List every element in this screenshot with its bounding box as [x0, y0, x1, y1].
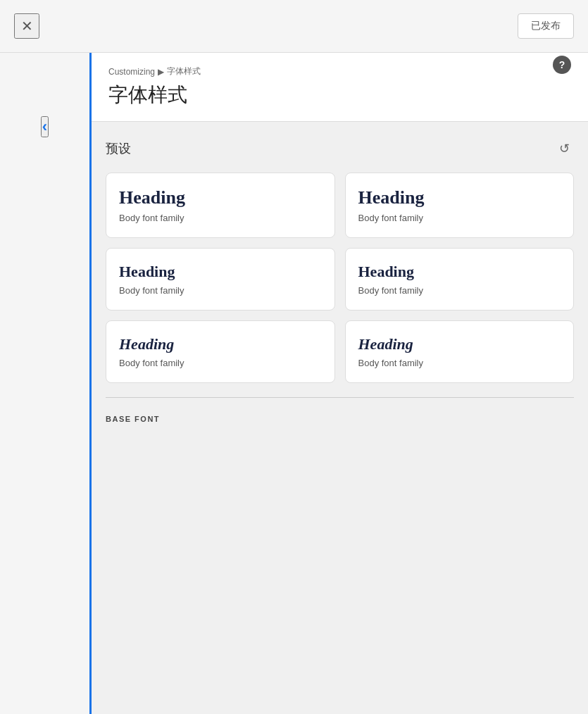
preset-1-heading: Heading — [119, 187, 322, 208]
preset-6-heading: Heading — [358, 335, 561, 353]
page-title: 字体样式 — [108, 82, 571, 108]
breadcrumb-current: 字体样式 — [167, 65, 201, 77]
preset-3-body: Body font family — [119, 285, 322, 296]
preset-6-body: Body font family — [358, 358, 561, 368]
top-bar: ✕ 已发布 — [0, 0, 588, 53]
presets-title: 预设 — [106, 140, 131, 157]
presets-grid: Heading Body font family Heading Body fo… — [106, 173, 574, 383]
presets-section-header: 预设 ↺ — [106, 139, 574, 158]
preset-2-body: Body font family — [358, 213, 561, 223]
preset-4-body: Body font family — [358, 285, 561, 296]
help-icon[interactable]: ? — [553, 56, 571, 74]
reset-button[interactable]: ↺ — [554, 139, 574, 158]
preset-card-6[interactable]: Heading Body font family — [345, 320, 575, 383]
panel: Customizing ▶ 字体样式 ? 字体样式 预设 ↺ Heading B… — [92, 53, 588, 714]
preset-5-heading: Heading — [119, 335, 322, 353]
panel-content: 预设 ↺ Heading Body font family Heading Bo… — [92, 122, 588, 441]
base-font-section: BASE FONT — [106, 397, 574, 425]
panel-header: Customizing ▶ 字体样式 ? 字体样式 — [92, 53, 588, 122]
preset-4-heading: Heading — [358, 263, 561, 281]
breadcrumb-arrow: ▶ — [158, 67, 164, 77]
preset-3-heading: Heading — [119, 263, 322, 281]
back-button[interactable]: ‹ — [41, 116, 49, 137]
preset-1-body: Body font family — [119, 213, 322, 223]
preset-card-1[interactable]: Heading Body font family — [106, 173, 335, 238]
preset-card-5[interactable]: Heading Body font family — [106, 320, 335, 383]
base-font-title: BASE FONT — [106, 415, 160, 423]
preset-2-heading: Heading — [358, 187, 561, 208]
preset-card-2[interactable]: Heading Body font family — [345, 173, 575, 238]
left-sidebar: ‹ — [0, 53, 92, 714]
preset-5-body: Body font family — [119, 358, 322, 368]
close-button[interactable]: ✕ — [14, 13, 39, 39]
breadcrumb-parent: Customizing — [108, 67, 155, 77]
preset-card-3[interactable]: Heading Body font family — [106, 248, 335, 311]
preset-card-4[interactable]: Heading Body font family — [345, 248, 575, 311]
breadcrumb: Customizing ▶ 字体样式 ? — [108, 65, 571, 77]
published-button[interactable]: 已发布 — [518, 13, 574, 39]
